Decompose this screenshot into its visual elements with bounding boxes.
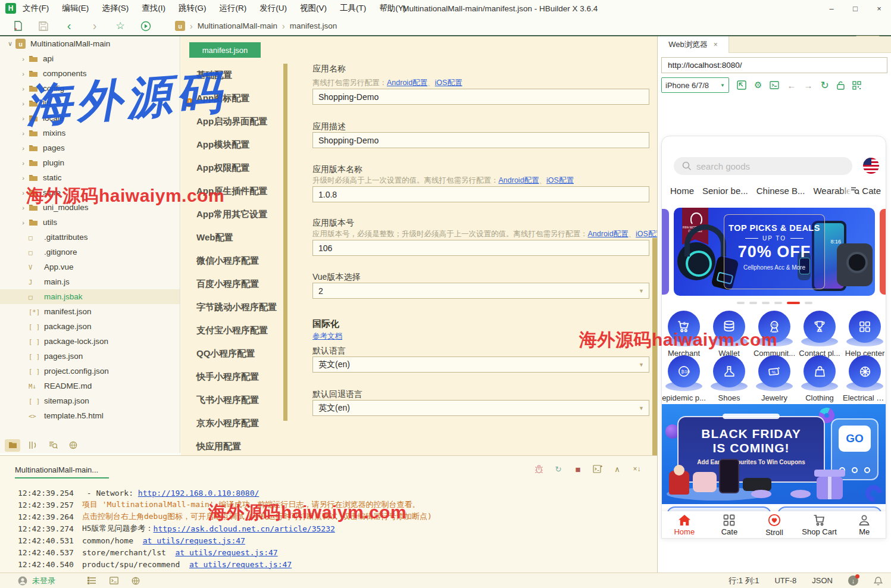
- tree-folder[interactable]: › static: [0, 170, 180, 185]
- tree-folder[interactable]: › pages: [0, 140, 180, 155]
- menu-item[interactable]: 工具(T): [333, 4, 373, 12]
- chevron-right-icon[interactable]: ›: [18, 145, 29, 152]
- manifest-section-item[interactable]: App模块配置: [181, 133, 283, 157]
- breadcrumb-project[interactable]: MultinationalMall-main: [198, 21, 277, 30]
- new-terminal-icon[interactable]: [593, 464, 602, 474]
- language-flag-icon[interactable]: [863, 158, 879, 174]
- ios-config-link[interactable]: iOS配置: [435, 79, 462, 87]
- star-icon[interactable]: ☆: [112, 20, 128, 33]
- chevron-right-icon[interactable]: ›: [18, 159, 29, 167]
- grid-item-help[interactable]: Help center: [843, 313, 886, 358]
- vue-version-select[interactable]: 2 ▼: [312, 283, 649, 299]
- nav-scrollbar[interactable]: [283, 64, 287, 421]
- manifest-section-item[interactable]: 快手小程序配置: [181, 365, 283, 389]
- log-link[interactable]: http://192.168.0.110:8080/: [138, 489, 260, 498]
- app-name-input[interactable]: Shopping-Demo: [312, 89, 649, 105]
- reference-doc-link[interactable]: 参考文档: [312, 331, 342, 342]
- forward-icon[interactable]: ›: [87, 20, 102, 33]
- chevron-right-icon[interactable]: ›: [18, 70, 29, 77]
- manifest-section-item[interactable]: App原生插件配置: [181, 180, 283, 203]
- tree-file[interactable]: J main.js: [0, 274, 180, 289]
- grid-item-contact[interactable]: Contact pl...: [798, 313, 842, 358]
- form-scrollbar[interactable]: [652, 238, 657, 455]
- tree-file[interactable]: <> template.h5.html: [0, 408, 180, 423]
- tree-root[interactable]: ∨ u MultinationalMall-main: [0, 36, 180, 51]
- tree-folder[interactable]: › api: [0, 51, 180, 66]
- editor-tab-manifest[interactable]: manifest.json: [189, 42, 261, 58]
- manifest-section-item[interactable]: 微信小程序配置: [181, 249, 283, 273]
- grid-item-shoes[interactable]: Shoes: [707, 358, 751, 402]
- chevron-right-icon[interactable]: ›: [18, 130, 29, 137]
- tree-file[interactable]: [ ] project.config.json: [0, 364, 180, 379]
- log-link[interactable]: https://ask.dcloud.net.cn/article/35232: [154, 524, 335, 533]
- version-name-input[interactable]: 1.0.8: [312, 186, 649, 202]
- grid-item-merchant[interactable]: $ Merchant: [662, 313, 706, 358]
- nav-back-icon[interactable]: ←: [787, 80, 796, 90]
- banner-slide[interactable]: FIFA WORLD CUPQatar2022 8:16 TOP PICKS &…: [674, 208, 875, 296]
- nav-forward-icon[interactable]: →: [804, 80, 812, 90]
- tree-folder[interactable]: › store: [0, 185, 180, 200]
- tree-folder[interactable]: › config: [0, 81, 180, 96]
- android-config-link[interactable]: Android配置: [499, 176, 539, 184]
- chevron-right-icon[interactable]: ›: [18, 100, 29, 107]
- tree-folder[interactable]: › lib: [0, 96, 180, 111]
- search-files-icon[interactable]: [45, 439, 61, 452]
- url-input[interactable]: http://localhost:8080/: [661, 57, 887, 73]
- next-slide[interactable]: [880, 209, 886, 295]
- device-select[interactable]: iPhone 6/7/8 ▼: [661, 77, 729, 93]
- menu-item[interactable]: 编辑(E): [55, 4, 95, 12]
- minimize-button[interactable]: –: [820, 0, 843, 17]
- open-external-icon[interactable]: [737, 80, 746, 90]
- browser-tab[interactable]: Web浏览器 ×: [658, 36, 729, 53]
- chevron-right-icon[interactable]: ›: [18, 204, 29, 211]
- category-tab[interactable]: Senior be...: [702, 186, 748, 196]
- menu-item[interactable]: 文件(F): [16, 4, 55, 12]
- nav-cate[interactable]: Cate: [707, 511, 752, 539]
- menu-item[interactable]: 查找(I): [135, 4, 172, 12]
- collapse-panel-icon[interactable]: ∧: [612, 464, 622, 474]
- manifest-section-item[interactable]: App常用其它设置: [181, 203, 283, 226]
- console-icon[interactable]: [770, 81, 779, 89]
- refresh-icon[interactable]: ↻: [820, 79, 829, 92]
- tree-folder[interactable]: › uni_modules: [0, 200, 180, 215]
- default-language-select[interactable]: 英文(en) ▼: [312, 356, 649, 373]
- menu-item[interactable]: 运行(R): [213, 4, 254, 12]
- grid-item-jewelry[interactable]: % Jewelry: [752, 358, 796, 402]
- tree-folder[interactable]: › locale: [0, 111, 180, 126]
- close-panel-icon[interactable]: ×↓: [632, 464, 642, 474]
- chevron-right-icon[interactable]: ›: [18, 55, 29, 62]
- tree-file[interactable]: [ ] pages.json: [0, 349, 180, 364]
- avatar-icon[interactable]: [18, 576, 27, 586]
- tree-folder[interactable]: › mixins: [0, 126, 180, 140]
- back-icon[interactable]: ‹: [61, 20, 77, 33]
- update-download-icon[interactable]: ↓: [848, 576, 858, 586]
- grid-item-community[interactable]: TOP Communit...: [752, 313, 796, 358]
- nav-me[interactable]: Me: [842, 511, 886, 539]
- outline-icon[interactable]: [25, 439, 40, 452]
- grid-item-clothing[interactable]: Clothing: [798, 358, 842, 402]
- manifest-section-item[interactable]: App启动界面配置: [181, 110, 283, 133]
- manifest-section-item[interactable]: Web配置: [181, 226, 283, 249]
- close-tab-icon[interactable]: ×: [714, 40, 718, 49]
- manifest-section-item[interactable]: QQ小程序配置: [181, 342, 283, 365]
- new-file-icon[interactable]: [10, 20, 26, 33]
- close-button[interactable]: ×: [867, 0, 891, 17]
- carousel-dots[interactable]: [662, 302, 886, 304]
- terminal-icon[interactable]: [110, 577, 118, 584]
- manifest-section-item[interactable]: 京东小程序配置: [181, 412, 283, 435]
- menu-item[interactable]: 跳转(G): [172, 4, 213, 12]
- nav-shop-cart[interactable]: Shop Cart: [797, 511, 842, 539]
- stop-icon[interactable]: ■: [573, 464, 583, 474]
- tree-file[interactable]: [ ] package-lock.json: [0, 334, 180, 349]
- tree-file[interactable]: M↓ README.md: [0, 379, 180, 393]
- go-button[interactable]: GO: [839, 426, 871, 452]
- tree-file[interactable]: [ ] package.json: [0, 319, 180, 334]
- lock-icon[interactable]: [837, 81, 845, 90]
- black-friday-banner[interactable]: BLACK FRIDAY IS COMING! Add Early Favour…: [662, 404, 886, 504]
- android-config-link[interactable]: Android配置: [588, 230, 629, 238]
- chevron-right-icon[interactable]: ›: [18, 115, 29, 122]
- save-icon[interactable]: [36, 20, 51, 33]
- tree-file[interactable]: V App.vue: [0, 259, 180, 274]
- tree-file[interactable]: [ ] sitemap.json: [0, 393, 180, 408]
- nav-home[interactable]: Home: [662, 511, 707, 539]
